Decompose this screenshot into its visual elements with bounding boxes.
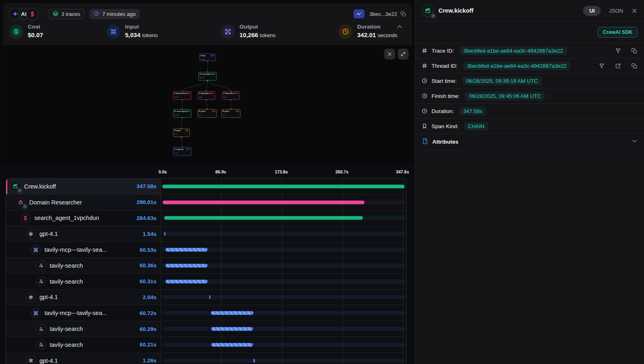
svg-text:Run: Run [203,55,206,57]
span-row-tavily-search[interactable]: tavily-search60.21s [6,337,406,353]
span-name: gpt-4.1 [40,231,58,237]
span-name: tavily-search [50,278,83,285]
collapse-stats-button[interactable] [396,24,403,30]
dollar-icon [9,24,23,39]
span-row-tavily-search[interactable]: tavily-search60.29s [6,321,406,337]
span-bar[interactable] [211,327,253,331]
span-bar[interactable] [209,295,211,299]
span-track [162,327,405,331]
span-bar[interactable] [165,264,208,267]
span-bar[interactable] [164,216,363,220]
span-duration: 347.58s [136,183,161,189]
span-bar[interactable] [211,311,253,315]
graph-node-run[interactable]: RunTASKworkflow [199,54,216,61]
graph-close-button[interactable] [384,49,395,60]
span-bar[interactable] [162,184,405,188]
svg-text:agent: agent [199,96,202,98]
svg-text:LLM: LLM [186,130,188,131]
span-name-cell: Crew.kickoff347.58s [6,179,161,194]
axis-tick: 260.7s [335,169,349,174]
tab-ui[interactable]: UI [583,6,601,16]
span-row-tavily-search[interactable]: tavily-search60.31s [6,274,406,290]
svg-text:AGENT: AGENT [186,93,189,94]
span-bar[interactable] [165,280,208,283]
graph-expand-button[interactable] [398,49,409,60]
field-label: Thread ID: [432,63,458,69]
field-row-thread-id: Thread ID:3becbfed-a1be-ae84-ea3c-494286… [415,58,644,73]
span-track [162,311,405,315]
span-duration: 60.72s [140,310,161,316]
span-duration: 60.29s [140,326,161,332]
span-row-crew.kickoff[interactable]: Crew.kickoff347.58s [6,179,406,195]
span-name: search_agent_1vpchdun [34,215,99,221]
span-row-domain-researcher[interactable]: Domain Researcher290.01s [6,195,406,211]
span-bar[interactable] [211,343,253,346]
svg-text:workflow: workflow [201,59,206,60]
graph-node-crew[interactable]: Crew.kickoffCHAIN347.58s [199,72,217,80]
span-timeline-cell [161,337,406,353]
span-bar[interactable] [164,232,166,236]
span-row-search-agent-1vpchdun[interactable]: search_agent_1vpchdun284.63s [6,211,406,226]
clock-icon [17,188,22,193]
attributes-section-header[interactable]: Attributes [415,134,644,150]
span-row-tavily-search[interactable]: tavily-search60.36s [6,258,406,274]
span-name: tavily-mcp---tavily-sea... [45,310,107,316]
hash-icon [422,48,427,53]
svg-text:284.63s: 284.63s [174,114,179,116]
stat-label: Output [239,24,275,30]
span-name-cell: gpt-4.12.04s [6,290,161,305]
field-value[interactable]: 06/28/2025, 09:45:06 AM UTC [465,92,545,100]
filter-icon[interactable] [615,48,621,54]
span-row-gpt-4.1[interactable]: gpt-4.11.26s [6,353,406,364]
layers-icon [53,11,58,18]
span-row-gpt-4.1[interactable]: gpt-4.11.54s [6,226,406,242]
graph-node-dr[interactable]: Domain Rese…AGENT290.01s [173,91,191,100]
copy-icon[interactable] [400,11,406,17]
trace-header-row: A\ 3 traces 7 minutes ago 3bec...3e22 [9,7,406,20]
span-row-gpt-4.1[interactable]: gpt-4.12.04s [6,290,406,306]
graph-node-rw[interactable]: Report Wri…AGENTagent [222,91,239,100]
span-bar[interactable] [163,200,365,204]
tools-icon [31,308,41,318]
svg-text:LLM: LLM [212,111,215,112]
tavily-icon [36,260,46,271]
field-value[interactable]: CHAIN [464,122,488,131]
graph-node-l1[interactable]: gpt-4.1LLMllm call [198,109,217,118]
field-value[interactable]: 347.58s [460,107,486,115]
trace-chart-button[interactable] [353,9,364,18]
crew-icon [422,4,434,17]
filter-icon[interactable] [599,63,605,69]
svg-text:60.53s: 60.53s [174,152,179,154]
span-row-tavily-mcp---tavily-sea...[interactable]: tavily-mcp---tavily-sea...60.72s [6,305,406,321]
span-timeline-cell [161,211,406,226]
span-track [162,343,405,347]
graph-node-l2[interactable]: gpt-4.1LLMllm call [221,109,240,118]
span-bar[interactable] [165,248,208,252]
clock-icon [338,24,353,39]
provider-avatars: A\ [9,8,38,20]
time-ago-label: 7 minutes ago [102,11,136,17]
traces-count-badge[interactable]: 3 traces [48,9,85,19]
graph-node-da[interactable]: Data Analy…AGENTagent [198,91,215,100]
graph-node-g1[interactable]: gpt-4.1LLM1.54s [173,129,190,137]
copy-icon[interactable] [631,48,637,54]
external-link-icon[interactable] [615,63,621,69]
copy-icon[interactable] [631,63,637,69]
field-value[interactable]: 3becbfed-a1be-ae84-ea3c-4942867a3e22 [460,47,567,55]
stat-value: 342.01 seconds [357,31,397,38]
close-icon[interactable] [631,8,637,14]
span-duration: 60.36s [140,262,161,269]
field-value[interactable]: 06/28/2025, 09:39:19 AM UTC [463,77,542,85]
svg-text:gpt-4.1: gpt-4.1 [225,111,230,112]
trace-dag[interactable]: RunTASKworkflowCrew.kickoffCHAIN347.58sD… [3,46,412,163]
span-bar[interactable] [253,359,255,362]
span-row-tavily-mcp---tavily-sea...[interactable]: tavily-mcp---tavily-sea...60.53s [6,242,406,258]
tab-json[interactable]: JSON [609,8,623,14]
field-row-finish-time: Finish time:06/28/2025, 09:45:06 AM UTC [415,89,644,104]
field-value[interactable]: 3becbfed-a1be-ae84-ea3c-4942867a3e22 [463,62,570,70]
graph-node-t1[interactable]: tavily-mcpTOOL60.53s [173,147,191,155]
span-duration: 60.53s [140,247,161,253]
traces-count-label: 3 traces [61,11,80,17]
graph-node-sa[interactable]: search_agen…AGENT284.63s [173,109,191,118]
hash-icon [422,63,427,69]
